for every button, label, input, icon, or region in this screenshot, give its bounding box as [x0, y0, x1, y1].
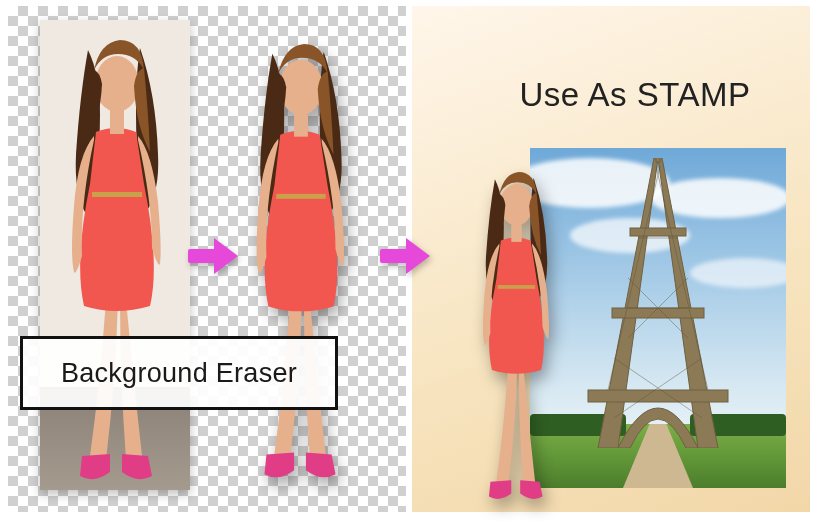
svg-rect-3	[656, 158, 660, 162]
svg-rect-19	[511, 224, 521, 242]
arrow-right-icon	[378, 236, 432, 276]
svg-marker-24	[406, 238, 430, 274]
svg-line-4	[656, 166, 708, 390]
eiffel-tower	[558, 158, 758, 448]
subject-original	[40, 24, 190, 486]
promo-stage: Background Eraser Use As STAMP	[0, 0, 820, 521]
svg-rect-15	[276, 194, 325, 199]
svg-rect-16	[294, 113, 308, 137]
svg-rect-2	[588, 390, 728, 402]
subject-cutout	[225, 28, 373, 484]
svg-rect-0	[630, 228, 686, 236]
stamp-headline: Use As STAMP	[480, 76, 790, 114]
subject-stamped	[456, 160, 574, 504]
svg-marker-22	[214, 238, 238, 274]
svg-rect-18	[498, 285, 535, 289]
svg-rect-23	[380, 249, 408, 263]
feature-title-plaque: Background Eraser	[20, 336, 338, 410]
svg-rect-13	[110, 110, 124, 134]
svg-rect-12	[92, 192, 142, 197]
arrow-right-icon	[186, 236, 240, 276]
svg-line-5	[608, 166, 660, 390]
svg-rect-21	[188, 249, 216, 263]
feature-title-text: Background Eraser	[61, 358, 297, 389]
